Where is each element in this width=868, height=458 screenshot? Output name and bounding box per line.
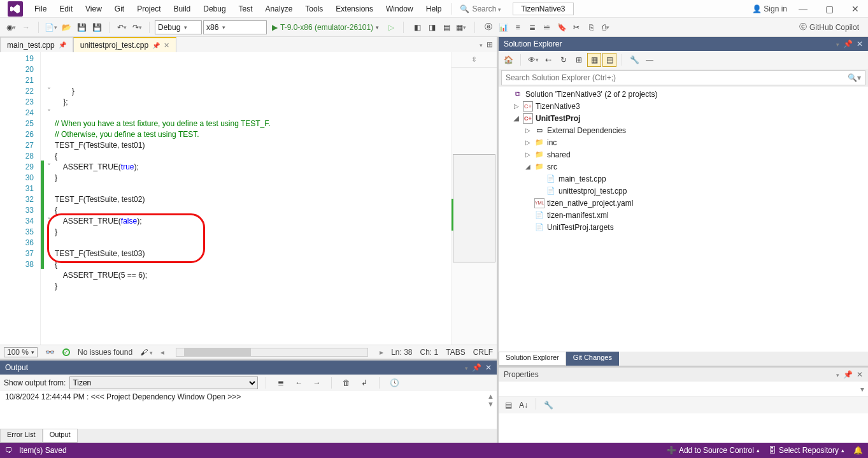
tool-a[interactable]: ◧ xyxy=(410,20,424,34)
tool-g[interactable]: ≡ xyxy=(511,20,525,34)
open-icon[interactable]: 📂 xyxy=(59,20,73,34)
solution-name-tab[interactable]: TizenNative3 xyxy=(513,3,574,15)
se-props-icon[interactable]: 🔧 xyxy=(627,53,641,67)
tab-unittestproj[interactable]: unittestproj_test.cpp 📌 ✕ xyxy=(73,37,176,52)
tab-solution-explorer[interactable]: Solution Explorer xyxy=(499,352,566,366)
add-source-control-button[interactable]: ➕ Add to Source Control xyxy=(667,446,760,455)
tool-b[interactable]: ◨ xyxy=(425,20,439,34)
menu-file[interactable]: File xyxy=(28,3,53,15)
tab-git-changes[interactable]: Git Changes xyxy=(566,352,619,366)
menu-git[interactable]: Git xyxy=(108,3,131,15)
pin-icon[interactable]: 📌 xyxy=(59,41,66,48)
platform-combo[interactable]: x86 xyxy=(203,20,267,34)
pin-icon[interactable]: 📌 xyxy=(152,42,160,49)
se-filter-icon[interactable]: ⊞ xyxy=(572,53,586,67)
config-combo[interactable]: Debug xyxy=(155,20,202,34)
se-home-icon[interactable]: 🏠 xyxy=(501,53,515,67)
menu-tools[interactable]: Tools xyxy=(299,3,329,15)
start-nodbg-icon[interactable]: ▷ xyxy=(384,20,398,34)
output-source-combo[interactable]: Tizen xyxy=(69,376,258,389)
pin-icon[interactable]: 📌 xyxy=(472,363,481,372)
menu-project[interactable]: Project xyxy=(131,3,167,15)
menu-test[interactable]: Test xyxy=(232,3,259,15)
menu-window[interactable]: Window xyxy=(380,3,420,15)
expander-icon[interactable]: ◢ xyxy=(524,163,532,170)
chevron-down-icon[interactable] xyxy=(836,370,839,379)
se-showall-icon[interactable]: ▦ xyxy=(587,53,601,67)
out-tool-b[interactable]: ← xyxy=(292,376,306,390)
nav-fwd-icon[interactable]: → xyxy=(19,20,33,34)
se-views-icon[interactable]: 👁 xyxy=(526,53,540,67)
se-collapse-icon[interactable]: ▤ xyxy=(602,53,616,67)
save-icon[interactable]: 💾 xyxy=(75,20,89,34)
select-repository-button[interactable]: 🗄 Select Repository xyxy=(769,446,844,455)
se-sync-icon[interactable]: ↻ xyxy=(557,53,571,67)
new-project-icon[interactable]: 📄 xyxy=(44,20,58,34)
out-tool-a[interactable]: ≣ xyxy=(274,376,288,390)
tool-i[interactable]: ⩸ xyxy=(540,20,554,34)
minimap[interactable]: ⇳ xyxy=(451,52,497,345)
save-all-icon[interactable]: 💾 xyxy=(90,20,104,34)
tab-main-test[interactable]: main_test.cpp 📌 xyxy=(0,37,73,52)
se-search-input[interactable] xyxy=(506,73,848,82)
chevron-down-icon[interactable] xyxy=(836,39,839,48)
tool-l[interactable]: ⎘ xyxy=(584,20,598,34)
tool-k[interactable]: ✂ xyxy=(569,20,583,34)
copilot-button[interactable]: GitHub Copilot xyxy=(809,23,859,32)
redo-icon[interactable]: ↷ xyxy=(130,20,144,34)
bell-icon[interactable]: 🔔 xyxy=(853,446,863,455)
split-icon[interactable]: ⇳ xyxy=(452,52,497,68)
close-icon[interactable]: ✕ xyxy=(485,363,492,372)
prop-wrench-icon[interactable]: 🔧 xyxy=(541,398,555,412)
zoom-combo[interactable]: 100 % xyxy=(4,347,38,357)
expander-icon[interactable]: ▷ xyxy=(524,151,532,158)
tool-c[interactable]: ▤ xyxy=(439,20,453,34)
out-tool-c[interactable]: → xyxy=(309,376,324,390)
search-box[interactable]: 🔍Search xyxy=(456,4,505,13)
restore-button[interactable]: ▢ xyxy=(819,1,840,17)
expander-icon[interactable]: ◢ xyxy=(513,115,520,122)
prop-az-icon[interactable]: A↓ xyxy=(516,398,530,412)
start-debug-button[interactable]: T-9.0-x86 (emulator-26101) xyxy=(268,23,383,32)
solution-explorer-search[interactable]: 🔍▾ xyxy=(501,70,865,85)
close-icon[interactable]: ✕ xyxy=(164,41,169,50)
expander-icon[interactable]: ▷ xyxy=(524,139,532,146)
menu-help[interactable]: Help xyxy=(420,3,448,15)
close-icon[interactable]: ✕ xyxy=(857,39,863,48)
menu-view[interactable]: View xyxy=(79,3,108,15)
tool-e[interactable]: ⓐ xyxy=(481,20,495,34)
tool-f[interactable]: 📊 xyxy=(496,20,510,34)
nav-back-icon[interactable]: ◉ xyxy=(4,20,18,34)
menu-debug[interactable]: Debug xyxy=(197,3,232,15)
menu-edit[interactable]: Edit xyxy=(53,3,79,15)
close-button[interactable]: ✕ xyxy=(845,1,865,17)
tab-output[interactable]: Output xyxy=(43,429,78,443)
chevron-down-icon[interactable] xyxy=(465,363,468,372)
hscrollbar[interactable] xyxy=(176,348,369,357)
menu-extensions[interactable]: Extensions xyxy=(329,3,380,15)
tool-h[interactable]: ≣ xyxy=(525,20,539,34)
close-icon[interactable]: ✕ xyxy=(857,370,863,379)
menu-analyze[interactable]: Analyze xyxy=(259,3,299,15)
tab-window-icon[interactable]: ⊞ xyxy=(487,40,493,49)
brush-icon[interactable]: 🖌 xyxy=(140,348,153,357)
tool-m[interactable]: ⎙ xyxy=(599,20,613,34)
out-tool-e[interactable]: ↲ xyxy=(357,376,371,390)
expander-icon[interactable]: ▷ xyxy=(513,103,520,110)
pin-icon[interactable]: 📌 xyxy=(843,39,853,48)
menu-build[interactable]: Build xyxy=(167,3,197,15)
prop-cat-icon[interactable]: ▤ xyxy=(501,398,515,412)
undo-icon[interactable]: ↶ xyxy=(115,20,129,34)
se-back-icon[interactable]: ⇠ xyxy=(541,53,555,67)
minimize-button[interactable]: — xyxy=(792,1,814,17)
tab-error-list[interactable]: Error List xyxy=(0,429,43,443)
out-tool-d[interactable]: 🗑 xyxy=(339,376,353,390)
se-preview-icon[interactable]: — xyxy=(643,53,657,67)
glasses-icon[interactable]: 👓 xyxy=(45,348,55,357)
expander-icon[interactable]: ▷ xyxy=(524,127,532,134)
signin[interactable]: 👤 Sign in xyxy=(752,4,787,13)
tool-j[interactable]: 🔖 xyxy=(555,20,569,34)
tool-d[interactable]: ▦ xyxy=(454,20,468,34)
tab-overflow-icon[interactable] xyxy=(480,40,483,49)
out-tool-clock[interactable]: 🕓 xyxy=(387,376,401,390)
